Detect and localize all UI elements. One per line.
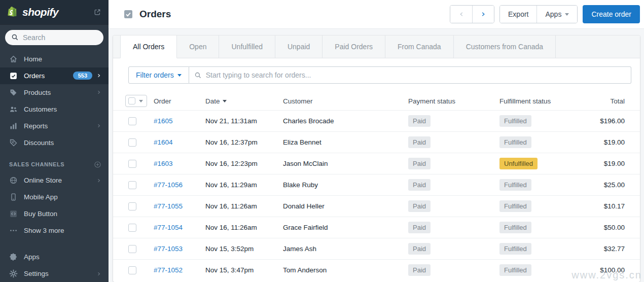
sidebar-item-discounts[interactable]: Discounts — [0, 134, 109, 151]
tab-unpaid[interactable]: Unpaid — [275, 36, 323, 58]
chevron-right-icon — [96, 271, 101, 276]
order-total: $50.00 — [581, 224, 640, 231]
shopify-bag-logo-icon — [7, 6, 18, 19]
table-row[interactable]: #77-1053 Nov 15, 3:52pm James Ash Paid F… — [113, 238, 640, 259]
orders-search-input[interactable] — [206, 71, 626, 79]
row-checkbox[interactable] — [128, 138, 136, 147]
column-header-fulfillment-status[interactable]: Fulfillment status — [499, 97, 581, 105]
column-header-order[interactable]: Order — [154, 97, 205, 105]
add-channel-plus-icon[interactable] — [94, 161, 101, 168]
order-number-link[interactable]: #77-1053 — [154, 245, 183, 253]
column-header-payment-status[interactable]: Payment status — [408, 97, 499, 105]
order-number-link[interactable]: #1605 — [154, 117, 173, 125]
row-checkbox[interactable] — [128, 266, 136, 274]
tab-paid-orders[interactable]: Paid Orders — [323, 36, 385, 58]
sidebar-item-orders[interactable]: Orders 553 — [0, 67, 109, 84]
column-header-date[interactable]: Date — [205, 97, 283, 105]
order-date: Nov 16, 11:26am — [205, 224, 283, 231]
sidebar: shopify Search Home Orders — [0, 0, 109, 282]
row-checkbox[interactable] — [128, 224, 136, 232]
order-number-link[interactable]: #1604 — [154, 138, 173, 146]
sidebar-item-apps[interactable]: Apps — [0, 249, 109, 265]
select-all-checkbox[interactable] — [128, 97, 135, 104]
export-button[interactable]: Export — [500, 6, 536, 23]
fulfillment-status-badge: Fulfilled — [499, 179, 531, 191]
tab-customers-from-canada[interactable]: Customers from Canada — [454, 36, 556, 58]
next-page-button[interactable] — [472, 6, 494, 23]
sidebar-item-online-store[interactable]: Online Store — [0, 172, 109, 189]
settings-gear-icon — [9, 269, 18, 278]
select-all-control[interactable] — [125, 95, 147, 107]
sidebar-search-placeholder: Search — [23, 33, 45, 42]
table-row[interactable]: #77-1052 Nov 15, 3:47pm Tom Anderson Pai… — [113, 259, 640, 280]
fulfillment-status-badge: Fulfilled — [499, 115, 531, 127]
previous-page-button[interactable] — [450, 6, 472, 23]
chevron-right-icon — [96, 73, 101, 78]
table-row[interactable]: #1605 Nov 21, 11:31am Charles Brocade Pa… — [113, 110, 640, 131]
header-actions-group: Export Apps — [499, 5, 578, 23]
tab-unfulfilled[interactable]: Unfulfilled — [219, 36, 275, 58]
create-order-button[interactable]: Create order — [583, 5, 640, 23]
caret-down-icon — [177, 74, 182, 77]
order-number-link[interactable]: #77-1056 — [154, 181, 183, 189]
filter-row: Filter orders — [113, 58, 640, 91]
sidebar-item-home[interactable]: Home — [0, 51, 109, 67]
order-view-tabs: All OrdersOpenUnfulfilledUnpaidPaid Orde… — [113, 36, 640, 58]
order-number-link[interactable]: #1603 — [154, 160, 173, 167]
table-row[interactable]: #1603 Nov 16, 12:23pm Jason McClain Paid… — [113, 153, 640, 174]
order-number-link[interactable]: #77-1054 — [154, 224, 183, 231]
sidebar-item-buy-button[interactable]: Buy Button — [0, 205, 109, 222]
column-header-customer[interactable]: Customer — [283, 97, 408, 105]
table-row[interactable]: #1604 Nov 16, 12:37pm Eliza Bennet Paid … — [113, 131, 640, 153]
sales-channels-heading: SALES CHANNELS — [0, 157, 109, 172]
external-link-icon[interactable] — [93, 8, 101, 16]
order-number-link[interactable]: #77-1055 — [154, 202, 183, 210]
apps-dropdown-button[interactable]: Apps — [536, 6, 577, 23]
page-title: Orders — [139, 9, 171, 20]
customers-icon — [9, 105, 18, 114]
discounts-icon — [9, 138, 18, 147]
row-checkbox[interactable] — [128, 245, 136, 253]
table-row[interactable]: #77-1056 Nov 16, 11:29am Blake Ruby Paid… — [113, 174, 640, 195]
order-number-link[interactable]: #77-1052 — [154, 266, 183, 274]
sidebar-item-settings[interactable]: Settings — [0, 265, 109, 282]
sort-caret-icon — [223, 100, 227, 102]
order-total: $196.00 — [581, 117, 640, 125]
column-header-total[interactable]: Total — [581, 97, 640, 105]
tab-from-canada[interactable]: From Canada — [385, 36, 454, 58]
row-checkbox[interactable] — [128, 202, 136, 210]
row-checkbox[interactable] — [128, 181, 136, 189]
caret-down-icon — [139, 100, 143, 102]
customer-name: Charles Brocade — [283, 117, 408, 125]
table-row[interactable]: #77-1054 Nov 16, 11:26am Grace Fairfield… — [113, 217, 640, 238]
reports-icon — [9, 122, 18, 130]
fulfillment-status-badge: Fulfilled — [499, 200, 531, 212]
sidebar-item-products[interactable]: Products — [0, 84, 109, 101]
logo-bar: shopify — [0, 0, 109, 24]
order-date: Nov 21, 11:31am — [205, 117, 283, 125]
ellipsis-icon — [9, 226, 18, 235]
orders-card: All OrdersOpenUnfulfilledUnpaidPaid Orde… — [113, 36, 640, 282]
main-area: Orders Export Apps — [109, 0, 644, 282]
customer-name: Donald Heller — [283, 202, 408, 210]
fulfillment-status-badge: Fulfilled — [499, 264, 531, 276]
fulfillment-status-badge: Fulfilled — [499, 243, 531, 255]
sidebar-item-reports[interactable]: Reports — [0, 118, 109, 134]
table-body: #1605 Nov 21, 11:31am Charles Brocade Pa… — [113, 110, 640, 280]
tab-open[interactable]: Open — [177, 36, 219, 58]
sidebar-search-input[interactable]: Search — [5, 30, 103, 45]
table-row[interactable]: #77-1055 Nov 16, 11:26am Donald Heller P… — [113, 195, 640, 217]
sidebar-item-customers[interactable]: Customers — [0, 101, 109, 118]
row-checkbox[interactable] — [128, 160, 136, 168]
row-checkbox[interactable] — [128, 117, 136, 125]
customer-name: Jason McClain — [283, 160, 408, 167]
tab-all-orders[interactable]: All Orders — [120, 36, 177, 58]
sidebar-item-mobile-app[interactable]: Mobile App — [0, 189, 109, 205]
payment-status-badge: Paid — [408, 200, 431, 212]
orders-count-badge: 553 — [73, 72, 92, 80]
chevron-right-icon — [96, 123, 101, 128]
payment-status-badge: Paid — [408, 264, 431, 276]
primary-nav: Home Orders 553 Products — [0, 51, 109, 151]
sidebar-item-show-more[interactable]: Show 3 more — [0, 222, 109, 239]
filter-orders-button[interactable]: Filter orders — [128, 66, 189, 84]
